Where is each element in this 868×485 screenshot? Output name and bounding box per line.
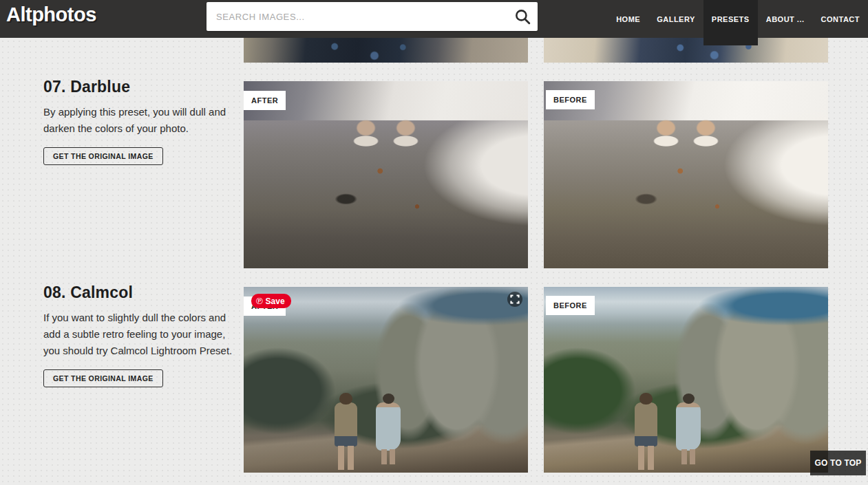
preset-07-before-image[interactable]: BEFORE	[544, 81, 828, 268]
preset-07-after-image[interactable]: AFTER	[244, 81, 528, 268]
preset-07-get-original-image-button[interactable]: GET THE ORIGINAL IMAGE	[43, 147, 163, 165]
after-label: AFTER	[244, 91, 286, 110]
preset-08-after-image[interactable]: AFTER ℗ Save	[244, 287, 528, 473]
preset-08-get-original-image-button[interactable]: GET THE ORIGINAL IMAGE	[43, 369, 163, 387]
preset-07-description: By applying this preset, you will dull a…	[43, 104, 240, 137]
nav-menu: HOME GALLERY PRESETS ABOUT ... CONTACT	[608, 0, 868, 38]
nav-item-home[interactable]: HOME	[608, 0, 648, 45]
search-bar	[207, 2, 538, 31]
page: 07. Darblue By applying this preset, you…	[0, 0, 868, 485]
go-to-top-button[interactable]: GO TO TOP	[810, 451, 866, 475]
photo-figure-man	[635, 402, 657, 446]
photo-figure-woman	[676, 402, 701, 451]
nav-item-contact[interactable]: CONTACT	[813, 0, 868, 45]
top-navigation-bar: Altphotos HOME GALLERY PRESETS ABOUT ...…	[0, 0, 868, 38]
preset-08-description: If you want to slightly dull the colors …	[43, 310, 240, 359]
pinterest-save-label: Save	[266, 297, 285, 306]
photo-figure-woman	[376, 402, 401, 451]
search-icon[interactable]	[514, 8, 531, 25]
preset-08-title: 08. Calmcol	[43, 283, 244, 302]
nav-item-about[interactable]: ABOUT ...	[758, 0, 813, 45]
search-input[interactable]	[207, 2, 519, 31]
nav-item-gallery[interactable]: GALLERY	[648, 0, 703, 45]
preset-08-section: 08. Calmcol If you want to slightly dull…	[43, 283, 244, 387]
pinterest-icon: ℗	[256, 297, 263, 305]
before-label: BEFORE	[546, 90, 595, 109]
photo-figure-man	[335, 402, 357, 446]
previous-preset-after-image[interactable]	[244, 38, 528, 63]
pinterest-save-button[interactable]: ℗ Save	[251, 294, 291, 308]
preset-08-before-image[interactable]: BEFORE	[544, 287, 828, 473]
before-label: BEFORE	[546, 296, 595, 315]
expand-icon[interactable]	[507, 291, 523, 308]
site-logo[interactable]: Altphotos	[6, 3, 96, 26]
nav-item-presets[interactable]: PRESETS	[703, 0, 758, 45]
preset-07-section: 07. Darblue By applying this preset, you…	[43, 78, 244, 165]
preset-07-title: 07. Darblue	[43, 78, 244, 96]
